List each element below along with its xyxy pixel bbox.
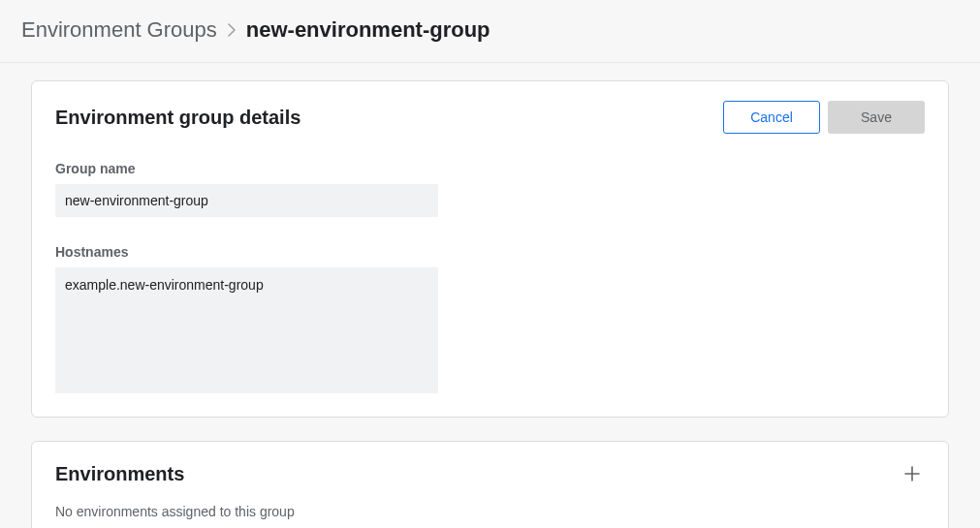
environments-card: Environments No environments assigned to… [31,441,949,528]
add-environment-button[interactable] [900,461,925,486]
breadcrumb-root[interactable]: Environment Groups [21,17,217,43]
save-button[interactable]: Save [828,101,925,134]
environments-card-title: Environments [55,463,184,485]
cancel-button[interactable]: Cancel [723,101,820,134]
group-name-label: Group name [55,161,925,176]
details-card-title: Environment group details [55,107,300,129]
details-actions: Cancel Save [723,101,925,134]
hostnames-label: Hostnames [55,244,925,260]
details-card: Environment group details Cancel Save Gr… [31,80,949,418]
group-name-input[interactable] [55,184,438,217]
environments-empty-message: No environments assigned to this group [55,504,925,519]
breadcrumb-current: new-environment-group [246,17,490,43]
group-name-field: Group name [55,161,925,217]
breadcrumb: Environment Groups new-environment-group [0,0,980,63]
plus-icon [903,465,921,482]
chevron-right-icon [227,22,237,38]
hostnames-input[interactable]: example.new-environment-group [55,267,438,393]
hostnames-field: Hostnames example.new-environment-group [55,244,925,397]
